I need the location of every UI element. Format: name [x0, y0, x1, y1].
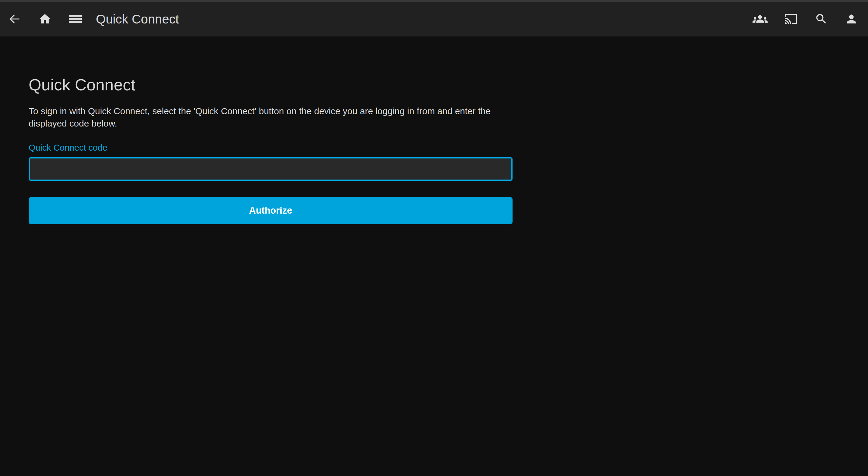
app-header: Quick Connect — [0, 2, 868, 36]
home-icon — [38, 12, 52, 27]
cast-icon — [784, 12, 798, 27]
window-top-strip — [0, 0, 868, 2]
quick-connect-code-input[interactable] — [29, 157, 513, 181]
search-button[interactable] — [815, 13, 828, 26]
authorize-button[interactable]: Authorize — [29, 197, 513, 224]
quick-connect-screen: Quick Connect — [0, 0, 868, 224]
page-title: Quick Connect — [29, 75, 839, 95]
quick-connect-content: Quick Connect To sign in with Quick Conn… — [0, 75, 868, 224]
user-icon — [845, 12, 858, 27]
header-right-group — [752, 13, 858, 26]
quick-connect-code-label: Quick Connect code — [29, 142, 513, 153]
hamburger-menu-icon — [69, 12, 82, 27]
syncplay-button[interactable] — [752, 13, 768, 26]
page-description: To sign in with Quick Connect, select th… — [29, 105, 499, 130]
groups-icon — [752, 11, 768, 27]
quick-connect-form: Quick Connect code Authorize — [29, 142, 513, 224]
search-icon — [815, 12, 828, 27]
header-left-group — [8, 13, 82, 26]
cast-button[interactable] — [784, 13, 798, 26]
home-button[interactable] — [38, 13, 52, 26]
menu-button[interactable] — [69, 13, 82, 26]
back-arrow-icon — [8, 12, 21, 27]
user-button[interactable] — [845, 13, 858, 26]
header-title: Quick Connect — [96, 12, 179, 27]
back-button[interactable] — [8, 13, 21, 26]
